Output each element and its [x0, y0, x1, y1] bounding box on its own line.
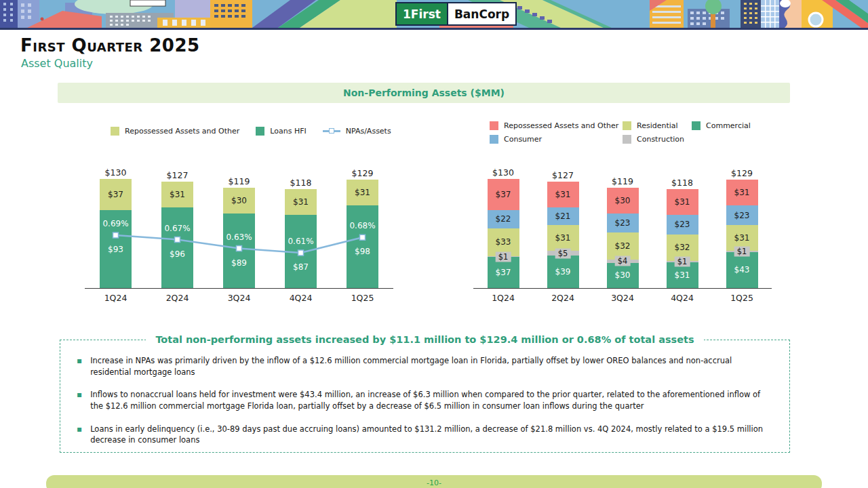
segment-value-label: $31: [293, 197, 309, 207]
bar-segment-loans-hfi: [161, 207, 193, 288]
segment-value-label: $37: [108, 190, 123, 199]
segment-value-badge: $5: [555, 248, 571, 258]
segment-value-label: $93: [108, 245, 123, 254]
bar-segment-loans-hfi: [285, 215, 317, 288]
total-value-label: $127: [552, 169, 574, 180]
bullet-item: ▪Loans in early delinquency (i.e., 30-89…: [77, 424, 772, 446]
bullet-item: ▪Inflows to nonaccrual loans held for in…: [77, 389, 772, 411]
segment-value-label: $30: [615, 270, 631, 280]
segment-value-label: $96: [170, 249, 185, 259]
x-axis-line: [473, 288, 772, 289]
segment-value-label: $89: [231, 258, 247, 268]
section-title-banner: Non-Performing Assets ($MM): [58, 83, 790, 103]
page-subtitle: Asset Quality: [21, 57, 93, 70]
segment-value-label: $87: [293, 262, 309, 272]
category-label: 4Q24: [290, 293, 313, 303]
category-label: 1Q25: [730, 293, 753, 303]
callout-box: Total non-performing assets increased by…: [60, 340, 790, 453]
segment-value-label: $31: [355, 188, 370, 197]
chart-npa-composition: $37$1301Q24$31$1272Q24$30$1193Q24$31$118…: [85, 115, 393, 312]
category-label: 3Q24: [228, 293, 251, 303]
segment-value-label: $98: [355, 247, 370, 256]
category-label: 1Q24: [104, 293, 127, 303]
callout-title: Total non-performing assets increased by…: [60, 333, 789, 346]
segment-value-badge: $1: [675, 256, 690, 266]
slide: 1First BanCorp First Quarter 2025 Asset …: [0, 0, 868, 488]
bullet-text: Increase in NPAs was primarily driven by…: [90, 355, 772, 378]
bullet-item: ▪Increase in NPAs was primarily driven b…: [77, 355, 772, 378]
bullet-list: ▪Increase in NPAs was primarily driven b…: [60, 340, 789, 446]
total-value-label: $118: [671, 177, 693, 187]
segment-value-badge: $1: [496, 251, 511, 262]
bullet-square-icon: ▪: [77, 355, 82, 378]
total-value-label: $119: [612, 176, 633, 186]
bullet-text: Loans in early delinquency (i.e., 30-89 …: [90, 424, 772, 446]
category-label: 2Q24: [166, 293, 189, 303]
company-logo: 1First BanCorp: [395, 2, 517, 26]
segment-value-badge: $1: [734, 247, 750, 257]
segment-value-label: $31: [675, 197, 690, 207]
bullet-text: Inflows to nonaccrual loans held for inv…: [90, 389, 772, 411]
total-value-label: $127: [167, 169, 189, 180]
page-title: First Quarter 2025: [20, 35, 200, 56]
segment-value-label: $37: [496, 190, 511, 199]
segment-value-label: $31: [555, 190, 571, 199]
segment-value-badge: $4: [615, 256, 631, 266]
total-value-label: $118: [290, 177, 312, 187]
segment-value-label: $43: [734, 265, 750, 274]
category-label: 1Q25: [351, 293, 374, 303]
segment-value-label: $22: [496, 214, 511, 224]
total-value-label: $130: [105, 167, 127, 177]
line-percent-label: 0.68%: [349, 221, 375, 230]
bullet-square-icon: ▪: [77, 424, 82, 446]
segment-value-label: $31: [734, 188, 750, 197]
segment-value-label: $37: [496, 268, 511, 277]
segment-value-label: $23: [615, 218, 631, 228]
logo-1first: 1First: [397, 3, 447, 24]
total-value-label: $119: [229, 176, 250, 186]
bar-segment-loans-hfi: [223, 214, 255, 288]
logo-bancorp: BanCorp: [447, 3, 515, 24]
chart-npa-by-portfolio: $37$1$33$22$37$1301Q24$39$5$31$21$31$127…: [473, 115, 772, 312]
category-label: 2Q24: [551, 293, 574, 303]
section-title: Non-Performing Assets ($MM): [343, 87, 505, 98]
segment-value-label: $32: [675, 243, 690, 252]
total-value-label: $129: [731, 168, 753, 178]
page-number: -10-: [427, 479, 441, 487]
total-value-label: $129: [352, 168, 374, 178]
line-percent-label: 0.61%: [288, 237, 313, 246]
footer-bar: -10-: [46, 475, 822, 488]
segment-value-label: $31: [734, 233, 750, 243]
category-label: 3Q24: [611, 293, 634, 303]
segment-value-label: $23: [675, 220, 690, 229]
segment-value-label: $39: [555, 267, 571, 277]
segment-value-label: $33: [496, 237, 511, 247]
segment-value-label: $30: [615, 196, 631, 205]
bullet-square-icon: ▪: [77, 389, 82, 411]
line-percent-label: 0.67%: [164, 224, 190, 233]
segment-value-label: $32: [615, 241, 631, 251]
segment-value-label: $31: [675, 270, 690, 280]
segment-value-label: $31: [555, 233, 571, 243]
line-percent-label: 0.69%: [102, 219, 128, 228]
segment-value-label: $30: [231, 196, 247, 205]
segment-value-label: $31: [170, 190, 185, 199]
segment-value-label: $23: [734, 211, 750, 220]
x-axis-line: [85, 288, 393, 289]
line-percent-label: 0.63%: [226, 232, 252, 242]
segment-value-label: $21: [555, 211, 571, 221]
total-value-label: $130: [492, 167, 514, 177]
category-label: 4Q24: [671, 293, 694, 303]
category-label: 1Q24: [492, 293, 515, 303]
